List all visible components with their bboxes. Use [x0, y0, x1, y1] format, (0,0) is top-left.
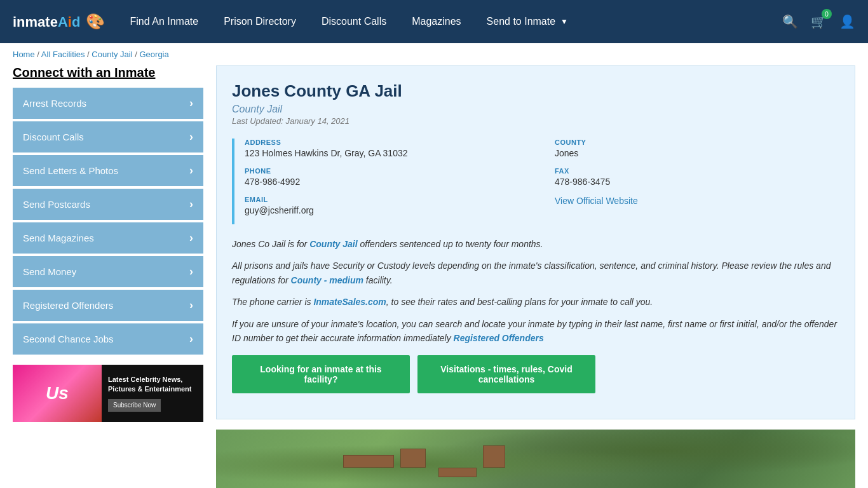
email-label: EMAIL [245, 196, 529, 203]
nav-right-icons: 🔍 🛒 0 👤 [782, 14, 855, 29]
chevron-right-icon: › [189, 231, 193, 245]
facility-description: Jones Co Jail is for County Jail offende… [232, 237, 839, 345]
logo-text: inmateAid 🎨 [13, 13, 105, 30]
address-label: ADDRESS [245, 139, 529, 146]
breadcrumb-all-facilities[interactable]: All Facilities [41, 50, 85, 59]
sidebar-item-send-money[interactable]: Send Money › [13, 256, 203, 287]
facility-details: ADDRESS 123 Holmes Hawkins Dr, Gray, GA … [232, 139, 839, 224]
sidebar-item-label: Discount Calls [23, 132, 84, 142]
sidebar-menu: Arrest Records › Discount Calls › Send L… [13, 88, 203, 355]
main-content: Connect with an Inmate Arrest Records › … [0, 65, 868, 488]
breadcrumb-county-jail[interactable]: County Jail [92, 50, 132, 59]
sidebar-item-label: Send Postcards [23, 199, 90, 210]
facility-card: Jones County GA Jail County Jail Last Up… [216, 65, 855, 419]
nav-links: Find An Inmate Prison Directory Discount… [130, 16, 782, 27]
aerial-image [216, 430, 855, 488]
nav-find-inmate[interactable]: Find An Inmate [130, 16, 199, 27]
sidebar-title: Connect with an Inmate [13, 65, 203, 80]
county-label: COUNTY [555, 139, 839, 146]
address-value: 123 Holmes Hawkins Dr, Gray, GA 31032 [245, 148, 529, 158]
sidebar-ad[interactable]: Us Latest Celebrity News, Pictures & Ent… [13, 365, 203, 422]
sidebar-item-label: Registered Offenders [23, 300, 113, 311]
building-shape [400, 449, 426, 468]
chevron-right-icon: › [189, 164, 193, 177]
action-buttons: Looking for an inmate at this facility? … [232, 355, 839, 393]
phone-label: PHONE [245, 167, 529, 175]
breadcrumb: Home / All Facilities / County Jail / Ge… [0, 43, 868, 65]
building-shape [483, 445, 505, 468]
sidebar-item-arrest-records[interactable]: Arrest Records › [13, 88, 203, 119]
facility-aerial-photo [216, 430, 855, 488]
sidebar-item-second-chance-jobs[interactable]: Second Chance Jobs › [13, 323, 203, 355]
facility-desc4: If you are unsure of your inmate's locat… [232, 317, 839, 346]
phone-value: 478-986-4992 [245, 177, 529, 187]
detail-col-right: COUNTY Jones FAX 478-986-3475 View Offic… [555, 139, 839, 224]
user-icon[interactable]: 👤 [839, 14, 855, 29]
chevron-right-icon: › [189, 332, 193, 346]
site-logo[interactable]: inmateAid 🎨 [13, 13, 105, 30]
facility-desc3: The phone carrier is InmateSales.com, to… [232, 295, 839, 309]
nav-magazines[interactable]: Magazines [412, 16, 461, 27]
facility-desc1: Jones Co Jail is for County Jail offende… [232, 237, 839, 251]
search-icon[interactable]: 🔍 [782, 14, 798, 29]
county-jail-link[interactable]: County Jail [309, 239, 357, 249]
ad-subscribe-button[interactable]: Subscribe Now [108, 399, 161, 412]
detail-col-left: ADDRESS 123 Holmes Hawkins Dr, Gray, GA … [245, 139, 529, 224]
sidebar-item-send-postcards[interactable]: Send Postcards › [13, 189, 203, 220]
sidebar-item-label: Arrest Records [23, 98, 86, 109]
nav-discount-calls[interactable]: Discount Calls [322, 16, 386, 27]
chevron-down-icon: ▼ [560, 17, 568, 26]
find-inmate-btn[interactable]: Looking for an inmate at this facility? [232, 355, 410, 393]
nav-prison-directory[interactable]: Prison Directory [224, 16, 296, 27]
county-medium-link[interactable]: County - medium [291, 275, 363, 285]
ad-image: Us [13, 365, 102, 422]
chevron-right-icon: › [189, 198, 193, 211]
county-value: Jones [555, 148, 839, 158]
fax-label: FAX [555, 167, 839, 175]
sidebar-item-label: Second Chance Jobs [23, 334, 114, 344]
building-shape [343, 455, 394, 468]
email-value: guy@jcsheriff.org [245, 205, 529, 215]
chevron-right-icon: › [189, 130, 193, 144]
sidebar-item-label: Send Magazines [23, 233, 94, 243]
sidebar-item-label: Send Letters & Photos [23, 165, 118, 176]
sidebar-item-registered-offenders[interactable]: Registered Offenders › [13, 290, 203, 321]
building-shape [438, 468, 477, 477]
facility-content: Jones County GA Jail County Jail Last Up… [216, 65, 855, 488]
chevron-right-icon: › [189, 299, 193, 312]
cart-badge: 0 [822, 9, 832, 19]
logo-icon: 🎨 [86, 13, 105, 30]
breadcrumb-georgia[interactable]: Georgia [139, 50, 168, 59]
nav-send-to-inmate[interactable]: Send to Inmate ▼ [487, 16, 568, 27]
sidebar: Connect with an Inmate Arrest Records › … [13, 65, 203, 488]
fax-value: 478-986-3475 [555, 177, 839, 187]
ad-headline: Latest Celebrity News, Pictures & Entert… [108, 375, 197, 395]
website-link[interactable]: View Official Website [555, 196, 839, 206]
registered-offenders-link[interactable]: Registered Offenders [454, 333, 544, 343]
ad-logo: Us [46, 383, 69, 403]
sidebar-item-discount-calls[interactable]: Discount Calls › [13, 121, 203, 152]
facility-name: Jones County GA Jail [232, 81, 839, 101]
facility-last-updated: Last Updated: January 14, 2021 [232, 116, 839, 126]
sidebar-item-send-magazines[interactable]: Send Magazines › [13, 222, 203, 254]
inmate-sales-link[interactable]: InmateSales.com [313, 297, 386, 307]
visitations-btn[interactable]: Visitations - times, rules, Covid cancel… [417, 355, 595, 393]
ad-text-block: Latest Celebrity News, Pictures & Entert… [102, 370, 203, 417]
chevron-right-icon: › [189, 97, 193, 110]
chevron-right-icon: › [189, 265, 193, 278]
facility-type: County Jail [232, 104, 839, 115]
sidebar-item-label: Send Money [23, 266, 76, 277]
cart-icon[interactable]: 🛒 0 [811, 14, 827, 29]
breadcrumb-home[interactable]: Home [13, 50, 35, 59]
main-nav: inmateAid 🎨 Find An Inmate Prison Direct… [0, 0, 868, 43]
facility-desc2: All prisons and jails have Security or C… [232, 259, 839, 287]
sidebar-item-send-letters[interactable]: Send Letters & Photos › [13, 155, 203, 186]
